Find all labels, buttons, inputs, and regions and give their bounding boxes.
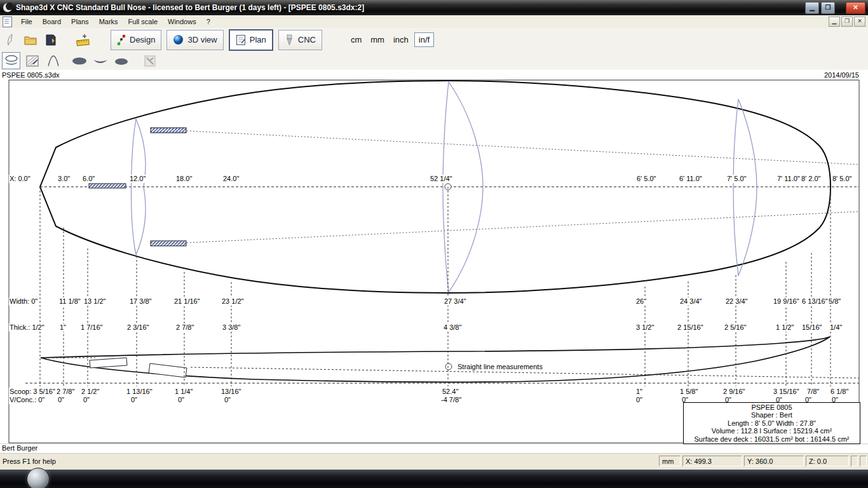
info-shaper: Shaper : Bert xyxy=(684,411,860,419)
plan-icon xyxy=(236,34,246,46)
measure-label: 1 1/4" xyxy=(174,388,193,396)
unit-infraction[interactable]: in/f xyxy=(414,32,434,47)
fin-guide-line-bottom xyxy=(187,212,859,243)
measure-label: 7/8" xyxy=(806,388,820,396)
measure-label: 15/16" xyxy=(801,323,822,332)
slice-view-icon[interactable] xyxy=(44,52,62,69)
measure-label: 18.0" xyxy=(175,175,193,183)
straight-line-radio[interactable] xyxy=(445,363,452,370)
measure-label: 6' 11.0" xyxy=(679,175,703,183)
measure-label: 2 7/8" xyxy=(56,388,75,396)
cnc-icon xyxy=(285,34,294,46)
board-blob-icon[interactable] xyxy=(112,52,130,69)
fin-box-bottom[interactable] xyxy=(151,241,186,246)
board-info-box: PSPEE 0805 Shaper : Bert Length : 8' 5.0… xyxy=(683,402,860,444)
measure-label: -4 7/8" xyxy=(440,396,462,404)
board-ellipse-icon[interactable] xyxy=(70,52,88,69)
menu-plans[interactable]: Plans xyxy=(66,17,94,27)
measure-label: Width: 0" xyxy=(9,297,38,306)
status-z-cell: Z: 0.0 xyxy=(806,456,849,466)
measure-label: 0" xyxy=(224,396,231,404)
open-folder-icon[interactable] xyxy=(23,32,38,48)
menu-marks[interactable]: Marks xyxy=(94,17,123,27)
measure-label: 19 9/16" xyxy=(773,297,800,306)
straight-line-measurements-label[interactable]: Straight line measurements xyxy=(456,363,544,370)
mdi-close-button[interactable]: ✕ xyxy=(854,17,865,27)
menu-file[interactable]: File xyxy=(16,17,37,27)
station-lines xyxy=(40,187,831,386)
plan-mode-label: Plan xyxy=(250,35,266,44)
measure-label: 13/16" xyxy=(220,388,241,396)
menu-help[interactable]: ? xyxy=(201,17,215,27)
measure-label: 2 15/16" xyxy=(677,323,704,332)
measure-label: 7' 11.0" xyxy=(776,175,801,183)
disabled-tool-icon[interactable] xyxy=(140,52,159,69)
slice-nose-right xyxy=(738,99,757,276)
plan-mode-button[interactable]: Plan xyxy=(229,29,273,51)
measure-label: 7' 5.0" xyxy=(726,175,747,183)
measure-label: 4 3/8" xyxy=(443,323,462,332)
start-button[interactable] xyxy=(27,468,50,488)
status-unit-cell: mm xyxy=(659,456,681,466)
measure-label: 24.0" xyxy=(222,175,240,183)
outline-view-icon[interactable] xyxy=(2,52,20,69)
side-fin-box-1[interactable] xyxy=(90,358,127,368)
cnc-mode-button[interactable]: CNC xyxy=(278,30,322,50)
3dview-mode-button[interactable]: 3D view xyxy=(166,30,223,50)
measure-label: 2 3/16" xyxy=(126,323,150,332)
unit-inch[interactable]: inch xyxy=(393,35,409,44)
measure-label: 1" xyxy=(59,323,67,332)
measure-label: 0" xyxy=(57,396,65,404)
status-empty-cell-1 xyxy=(851,456,858,466)
measure-label: 1 7/16" xyxy=(80,323,104,332)
fin-box-top[interactable] xyxy=(151,128,186,133)
restore-button[interactable]: ❐ xyxy=(821,2,835,14)
menu-fullscale[interactable]: Full scale xyxy=(123,17,163,27)
measure-label: V/Conc.: 0" xyxy=(9,396,45,404)
menu-board[interactable]: Board xyxy=(37,17,66,27)
new-file-icon[interactable] xyxy=(3,32,18,48)
menu-bar: File Board Plans Marks Full scale Window… xyxy=(0,15,868,29)
measure-label: 1 13/16" xyxy=(126,388,153,396)
measure-label: 52 1/4" xyxy=(430,175,453,183)
document-date: 2014/09/15 xyxy=(824,71,859,79)
measure-label: 11 1/8" xyxy=(58,297,81,306)
taskbar: » Inbox - Microsoft Outl... EnRoute Edit… xyxy=(0,470,868,488)
menu-windows[interactable]: Windows xyxy=(163,17,201,27)
measure-label: 2 7/8" xyxy=(175,323,194,332)
mdi-restore-button[interactable]: ❐ xyxy=(841,17,853,27)
window-title: Shape3d X CNC Standard Bull Nose - licen… xyxy=(16,3,364,12)
unit-mm[interactable]: mm xyxy=(370,35,384,44)
measure-label: 1/4" xyxy=(829,323,843,332)
close-button[interactable]: ✕ xyxy=(846,2,865,14)
measure-scale-icon[interactable] xyxy=(75,32,90,48)
measure-label: 2 1/2" xyxy=(81,388,100,396)
measure-label: 17 3/8" xyxy=(129,297,153,306)
board-crescent-icon[interactable] xyxy=(91,52,109,69)
fin-guide-line-top xyxy=(187,131,859,165)
minimize-button[interactable]: ▁ xyxy=(805,2,819,14)
slice-nose-left xyxy=(733,99,738,276)
document-filename: PSPEE 0805.s3dx xyxy=(2,71,60,79)
status-empty-cell-2 xyxy=(860,456,867,466)
design-mode-button[interactable]: Design xyxy=(111,30,161,50)
design-icon xyxy=(117,34,126,46)
measure-label: 3 15/16" xyxy=(773,388,800,396)
side-fin-box-2[interactable] xyxy=(149,363,187,377)
save-icon[interactable] xyxy=(43,32,58,48)
profile-view-icon[interactable] xyxy=(23,52,41,69)
cnc-mode-label: CNC xyxy=(298,35,316,44)
measure-label: 6' 5.0" xyxy=(636,175,656,183)
measure-label: 12.0" xyxy=(129,175,146,183)
main-toolbar: Design 3D view Plan CNC cm mm inch in/f xyxy=(0,28,868,52)
mdi-minimize-button[interactable]: ▁ xyxy=(829,17,840,27)
unit-cm[interactable]: cm xyxy=(351,35,362,44)
center-fin-box[interactable] xyxy=(89,184,126,188)
measure-label: 52.4" xyxy=(442,388,459,396)
measure-label: 0" xyxy=(177,396,185,404)
x-measure-row: X: 0.0"3.0"6.0"12.0"18.0"24.0"52 1/4"6' … xyxy=(0,175,868,183)
title-bar: Shape3d X CNC Standard Bull Nose - licen… xyxy=(0,0,868,15)
measure-label: Thick.: 1/2" xyxy=(9,323,45,332)
view-toolbar xyxy=(0,51,868,71)
info-dimensions: Length : 8' 5.0" Width : 27.8" xyxy=(684,419,860,427)
